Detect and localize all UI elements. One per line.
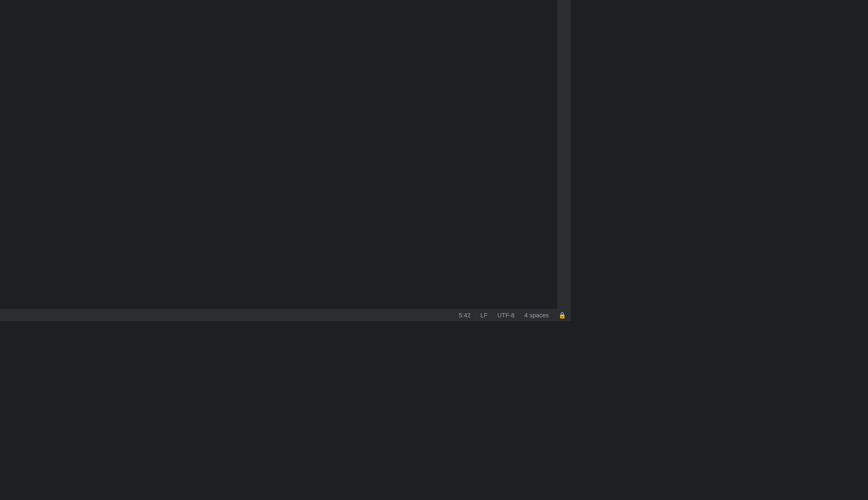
encoding[interactable]: UTF-8 [497, 311, 515, 318]
caret-position[interactable]: 5:42 [459, 311, 470, 318]
navigation-bar: □ ktor-samples› ▣ mongodb› ▢ src› ▢ main… [0, 309, 571, 321]
code-editor[interactable]: 123910121314151617181920212223242526 pac… [0, 0, 557, 309]
indent[interactable]: 4 spaces [524, 311, 549, 318]
readonly-lock-icon[interactable]: 🔒 [559, 311, 566, 318]
code-content: package com.exa import ... fun main(args… [0, 0, 557, 234]
line-ending[interactable]: LF [480, 311, 488, 318]
right-tool-gutter: m [557, 0, 571, 309]
